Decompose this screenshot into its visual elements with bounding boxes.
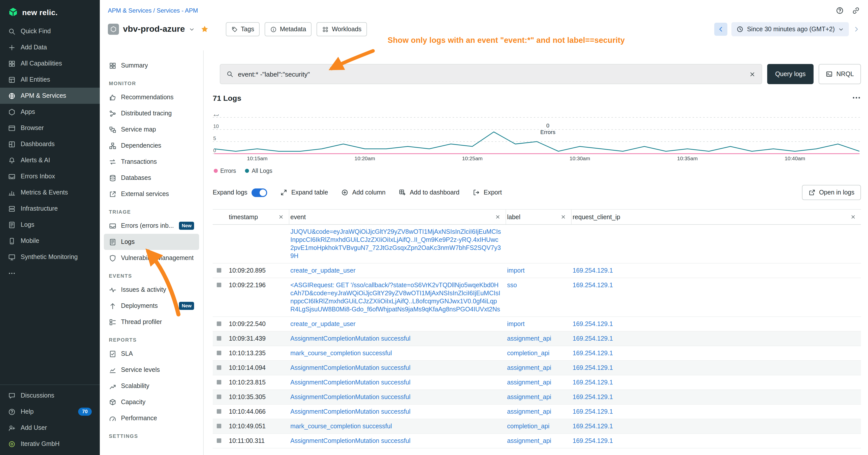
row-marker-icon[interactable]: [217, 365, 221, 370]
expand-logs-toggle[interactable]: [251, 188, 267, 197]
subnav-item-summary[interactable]: Summary: [104, 58, 199, 73]
sidebar-item-all-entities[interactable]: All Entities: [0, 71, 100, 88]
event-link[interactable]: AssignmentCompletionMutation successful: [290, 393, 410, 400]
ip-link[interactable]: 169.254.129.1: [572, 379, 613, 386]
new-relic-logo[interactable]: new relic.: [0, 0, 100, 23]
ip-link[interactable]: 169.254.129.1: [572, 282, 613, 289]
event-link[interactable]: mark_course_completion successful: [290, 423, 392, 430]
sidebar-item-mobile[interactable]: Mobile: [0, 233, 100, 249]
subnav-item-sla[interactable]: SLA: [104, 346, 199, 362]
row-marker-icon[interactable]: [217, 394, 221, 399]
sidebar-item-add-user[interactable]: Add User: [0, 420, 100, 436]
subnav-item-databases[interactable]: Databases: [104, 170, 199, 186]
row-marker-icon[interactable]: [217, 380, 221, 385]
event-link[interactable]: AssignmentCompletionMutation successful: [290, 437, 410, 445]
event-link[interactable]: create_or_update_user: [290, 267, 355, 274]
subnav-item-issues-activity[interactable]: Issues & activity: [104, 282, 199, 298]
event-link[interactable]: AssignmentCompletionMutation successful: [290, 379, 410, 386]
column-header-label[interactable]: label: [506, 209, 571, 224]
log-row[interactable]: 10:09:20.895create_or_update_userimport1…: [213, 263, 861, 278]
sidebar-item-all-capabilities[interactable]: All Capabilities: [0, 56, 100, 71]
entity-switcher-chevron-icon[interactable]: [189, 27, 194, 32]
ip-link[interactable]: 169.254.129.1: [572, 335, 613, 342]
subnav-item-capacity[interactable]: Capacity: [104, 394, 199, 410]
sidebar-item-browser[interactable]: Browser: [0, 120, 100, 136]
subnav-item-recommendations[interactable]: Recommendations: [104, 89, 199, 105]
log-row[interactable]: 10:10:23.815AssignmentCompletionMutation…: [213, 376, 861, 390]
subnav-item-distributed-tracing[interactable]: Distributed tracing: [104, 105, 199, 122]
label-link[interactable]: sso: [507, 282, 517, 289]
event-link[interactable]: <ASGIRequest: GET '/sso/callback/?state=…: [290, 282, 500, 313]
ip-link[interactable]: 169.254.129.1: [572, 364, 613, 371]
log-query-box[interactable]: [220, 64, 762, 84]
subnav-item-service-map[interactable]: Service map: [104, 122, 199, 137]
favorite-star-icon[interactable]: [200, 25, 209, 33]
remove-column-icon[interactable]: [560, 214, 566, 220]
label-link[interactable]: completion_api: [507, 423, 550, 430]
add-to-dashboard-button[interactable]: Add to dashboard: [399, 189, 460, 196]
sidebar-item-discussions[interactable]: Discussions: [0, 388, 100, 403]
subnav-item-external-services[interactable]: External services: [104, 186, 199, 202]
clear-query-icon[interactable]: [749, 71, 755, 77]
sidebar-item-iterativ-gmbh[interactable]: Iterativ GmbH: [0, 436, 100, 452]
row-marker-icon[interactable]: [217, 438, 221, 443]
sidebar-item-synthetic-monitoring[interactable]: Synthetic Monitoring: [0, 249, 100, 265]
metadata-button[interactable]: Metadata: [265, 22, 311, 36]
remove-column-icon[interactable]: [278, 214, 284, 220]
log-row[interactable]: 10:10:49.051mark_course_completion succe…: [213, 419, 861, 434]
sidebar-item-dashboards[interactable]: Dashboards: [0, 136, 100, 152]
breadcrumb-link[interactable]: Services - APM: [156, 7, 198, 14]
remove-column-icon[interactable]: [495, 214, 500, 220]
log-row[interactable]: JUQVU&code=eyJraWQiOiJjcGltY29yZV8wOTI1M…: [213, 225, 861, 263]
open-in-logs-button[interactable]: Open in logs: [802, 185, 861, 200]
label-link[interactable]: assignment_api: [507, 437, 551, 445]
subnav-item-dependencies[interactable]: Dependencies: [104, 137, 199, 154]
event-link[interactable]: mark_course_completion successful: [290, 350, 392, 357]
time-back-button[interactable]: [714, 23, 727, 36]
sidebar-item-add-data[interactable]: Add Data: [0, 39, 100, 56]
sidebar-item-logs[interactable]: Logs: [0, 217, 100, 233]
time-picker[interactable]: Since 30 minutes ago (GMT+2): [732, 22, 849, 36]
query-input[interactable]: [238, 70, 744, 78]
ip-link[interactable]: 169.254.129.1: [572, 267, 613, 274]
legend-errors[interactable]: Errors: [214, 168, 236, 174]
row-marker-icon[interactable]: [217, 283, 221, 287]
chart-options-icon[interactable]: [852, 93, 861, 102]
label-link[interactable]: assignment_api: [507, 408, 551, 415]
log-row[interactable]: 10:11:00.311AssignmentCompletionMutation…: [213, 434, 861, 449]
event-link[interactable]: create_or_update_user: [290, 321, 355, 327]
subnav-item-logs[interactable]: Logs: [104, 234, 199, 250]
row-marker-icon[interactable]: [217, 322, 221, 326]
sidebar-item-apm-services[interactable]: APM & Services: [0, 88, 100, 104]
log-row[interactable]: 10:09:22.196<ASGIRequest: GET '/sso/call…: [213, 278, 861, 317]
subnav-item-deployments[interactable]: DeploymentsNew: [104, 298, 199, 314]
add-column-button[interactable]: Add column: [341, 189, 385, 196]
ip-link[interactable]: 169.254.129.1: [572, 350, 613, 357]
expand-table-button[interactable]: Expand table: [280, 189, 328, 196]
legend-all-logs[interactable]: All Logs: [245, 168, 273, 174]
sidebar-item-quick-find[interactable]: Quick Find: [0, 23, 100, 39]
label-link[interactable]: completion_api: [507, 350, 550, 357]
subnav-item-performance[interactable]: Performance: [104, 410, 199, 426]
log-row[interactable]: 10:10:13.235mark_course_completion succe…: [213, 346, 861, 361]
label-link[interactable]: assignment_api: [507, 335, 551, 342]
nrql-button[interactable]: NRQL: [819, 64, 861, 84]
event-link[interactable]: AssignmentCompletionMutation successful: [290, 335, 410, 342]
remove-column-icon[interactable]: [850, 214, 856, 220]
sidebar-item-metrics-events[interactable]: Metrics & Events: [0, 185, 100, 200]
sidebar-item-more[interactable]: [0, 265, 100, 281]
logs-timeline-chart[interactable]: 05101510:15am10:20am10:25am10:30am10:35a…: [213, 115, 861, 162]
log-row[interactable]: 10:09:31.439AssignmentCompletionMutation…: [213, 331, 861, 346]
subnav-item-vulnerability-management[interactable]: Vulnerability Management: [104, 250, 199, 266]
column-header-event[interactable]: event: [289, 209, 506, 224]
log-row[interactable]: 10:10:14.094AssignmentCompletionMutation…: [213, 361, 861, 376]
label-link[interactable]: assignment_api: [507, 393, 551, 400]
subnav-item-scalability[interactable]: Scalability: [104, 378, 199, 394]
ip-link[interactable]: 169.254.129.1: [572, 408, 613, 415]
row-marker-icon[interactable]: [217, 336, 221, 340]
breadcrumb-link[interactable]: APM & Services: [108, 7, 152, 14]
label-link[interactable]: import: [507, 321, 525, 327]
export-button[interactable]: Export: [472, 189, 502, 196]
label-link[interactable]: import: [507, 267, 525, 274]
time-forward-button[interactable]: [853, 26, 860, 33]
